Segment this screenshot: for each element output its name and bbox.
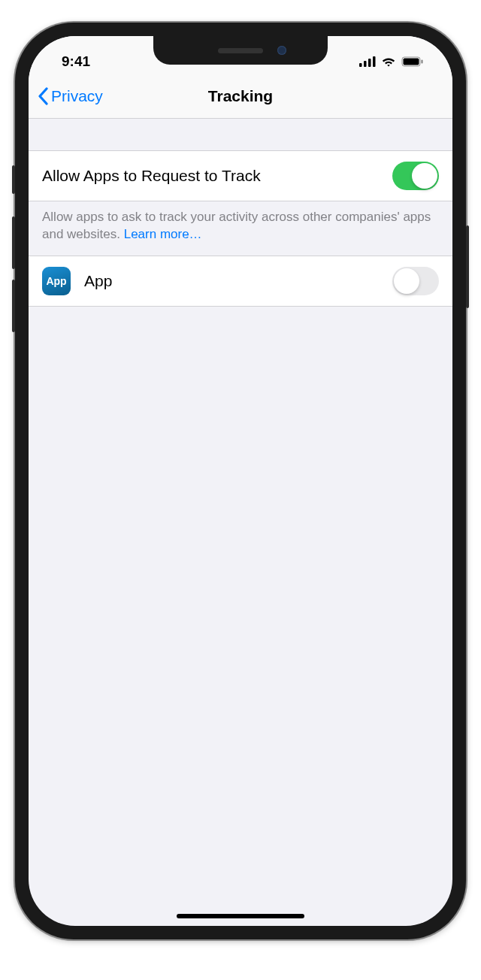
notch (153, 36, 328, 65)
app-tracking-row: App App (29, 256, 452, 307)
svg-rect-1 (364, 61, 367, 67)
power-button (466, 225, 469, 308)
svg-rect-0 (359, 63, 362, 67)
allow-tracking-label: Allow Apps to Request to Track (42, 167, 392, 185)
app-name-label: App (84, 272, 392, 290)
mute-switch (12, 165, 15, 194)
learn-more-link[interactable]: Learn more… (124, 227, 202, 241)
cellular-icon (359, 56, 376, 67)
content: Allow Apps to Request to Track Allow app… (29, 119, 452, 307)
svg-rect-6 (422, 60, 423, 64)
volume-up-button (12, 216, 15, 269)
page-title: Tracking (208, 87, 273, 105)
home-indicator[interactable] (177, 914, 304, 918)
allow-tracking-row: Allow Apps to Request to Track (29, 150, 452, 201)
svg-rect-5 (404, 59, 419, 65)
chevron-left-icon (38, 87, 48, 105)
screen: 9:41 Privacy Tracking Allow Apps to Requ… (29, 36, 452, 926)
section-footer: Allow apps to ask to track your activity… (29, 201, 452, 251)
back-label: Privacy (51, 87, 103, 105)
speaker-grille (218, 48, 263, 53)
phone-frame: 9:41 Privacy Tracking Allow Apps to Requ… (15, 23, 466, 939)
wifi-icon (381, 56, 396, 67)
svg-rect-3 (373, 56, 376, 67)
nav-bar: Privacy Tracking (29, 74, 452, 119)
battery-icon (401, 56, 424, 67)
status-icons (359, 56, 430, 67)
app-tracking-toggle[interactable] (392, 267, 439, 295)
allow-tracking-toggle[interactable] (392, 162, 439, 190)
volume-down-button (12, 280, 15, 332)
footer-description: Allow apps to ask to track your activity… (42, 210, 431, 241)
app-icon: App (42, 267, 71, 295)
front-camera (277, 46, 286, 55)
section-spacer (29, 119, 452, 150)
toggle-knob (394, 268, 419, 294)
toggle-knob (412, 163, 437, 189)
svg-rect-2 (368, 59, 371, 67)
back-button[interactable]: Privacy (38, 87, 103, 105)
status-time: 9:41 (51, 53, 90, 70)
